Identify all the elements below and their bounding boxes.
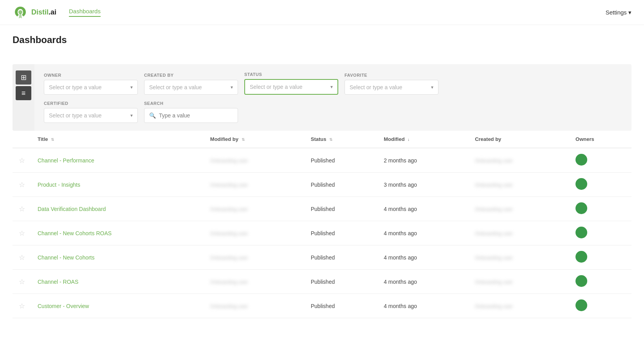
favorite-select[interactable]: Select or type a value ▾ [345,80,438,95]
modified-by-cell: Onboarding user [204,221,305,245]
certified-select[interactable]: Select or type a value ▾ [44,108,138,123]
table-body: ☆ Channel - Performance Onboarding user … [13,148,631,318]
star-cell: ☆ [13,148,31,173]
certified-chevron-icon: ▾ [130,113,133,118]
dashboard-title-link[interactable]: Channel - New Cohorts [38,254,95,261]
created-by-label: CREATED BY [144,73,238,77]
modified-by-value: Onboarding user [210,303,248,309]
created-by-cell: Onboarding user [469,245,569,270]
table-row: ☆ Data Verification Dashboard Onboarding… [13,197,631,221]
header-left: Distil.ai Dashboards [13,5,101,20]
star-icon[interactable]: ☆ [19,302,25,310]
star-icon[interactable]: ☆ [19,205,25,213]
owner-avatar [575,299,587,311]
star-cell: ☆ [13,294,31,318]
certified-filter-group: CERTIFIED Select or type a value ▾ [44,101,138,123]
table-row: ☆ Channel - New Cohorts Onboarding user … [13,245,631,270]
logo: Distil.ai [13,5,56,20]
page-title: Dashboards [13,34,631,45]
star-icon[interactable]: ☆ [19,278,25,286]
status-cell: Published [305,173,377,197]
dashboard-title-link[interactable]: Channel - ROAS [38,279,78,285]
table-row: ☆ Channel - Performance Onboarding user … [13,148,631,173]
favorite-placeholder: Select or type a value [350,84,402,90]
table-row: ☆ Product - Insights Onboarding user Pub… [13,173,631,197]
dashboard-title-link[interactable]: Channel - New Cohorts ROAS [38,230,112,236]
star-icon[interactable]: ☆ [19,157,25,164]
dashboard-title-link[interactable]: Product - Insights [38,182,80,188]
created-by-cell: Onboarding user [469,294,569,318]
star-icon[interactable]: ☆ [19,254,25,261]
status-sort-icon: ⇅ [329,137,332,142]
created-by-chevron-icon: ▾ [231,85,233,90]
title-cell: Product - Insights [31,173,204,197]
owner-avatar [575,227,587,238]
created-by-value: Onboarding user [475,158,513,164]
status-select[interactable]: Select or type a value ▾ [244,79,338,95]
settings-button[interactable]: Settings ▾ [606,9,631,16]
owners-cell [569,197,631,221]
title-cell: Channel - New Cohorts ROAS [31,221,204,245]
dashboard-title-link[interactable]: Data Verification Dashboard [38,206,106,212]
owner-avatar [575,178,587,190]
dashboard-title-link[interactable]: Customer - Overview [38,303,89,309]
col-modified: Modified ↓ [377,131,469,148]
status-chevron-icon: ▾ [330,84,333,90]
table-row: ☆ Channel - ROAS Onboarding user Publish… [13,270,631,294]
created-by-filter-group: CREATED BY Select or type a value ▾ [144,73,238,95]
owner-select[interactable]: Select or type a value ▾ [44,80,138,95]
title-cell: Customer - Overview [31,294,204,318]
modified-by-value: Onboarding user [210,206,248,212]
search-input-wrap: 🔍 [144,108,238,123]
owners-cell [569,245,631,270]
filter-row-1: OWNER Select or type a value ▾ CREATED B… [44,72,622,95]
star-cell: ☆ [13,245,31,270]
owner-avatar [575,275,587,287]
star-icon[interactable]: ☆ [19,229,25,237]
dashboard-title-link[interactable]: Channel - Performance [38,157,94,164]
list-view-button[interactable]: ≡ [16,86,31,100]
modified-time-cell: 4 months ago [377,221,469,245]
search-label: SEARCH [144,101,238,106]
grid-view-button[interactable]: ⊞ [16,70,31,85]
modified-by-value: Onboarding user [210,182,248,188]
search-icon: 🔍 [149,112,156,119]
modified-by-cell: Onboarding user [204,173,305,197]
modified-by-value: Onboarding user [210,279,248,285]
modified-by-cell: Onboarding user [204,294,305,318]
title-cell: Channel - Performance [31,148,204,173]
created-by-value: Onboarding user [475,182,513,188]
modified-by-cell: Onboarding user [204,270,305,294]
created-by-cell: Onboarding user [469,148,569,173]
view-toggle-sidebar: ⊞ ≡ [13,64,34,131]
col-status: Status ⇅ [305,131,377,148]
col-created-by: Created by [469,131,569,148]
dashboards-table: Title ⇅ Modified by ⇅ Status ⇅ Modified … [13,131,631,318]
owner-avatar [575,251,587,263]
title-sort-icon: ⇅ [51,137,54,142]
search-input[interactable] [159,112,233,119]
modified-by-value: Onboarding user [210,231,248,236]
favorite-label: FAVORITE [345,73,438,77]
owner-filter-group: OWNER Select or type a value ▾ [44,73,138,95]
status-placeholder: Select or type a value [250,84,303,90]
status-cell: Published [305,221,377,245]
created-by-value: Onboarding user [475,279,513,285]
owner-avatar [575,202,587,214]
certified-label: CERTIFIED [44,101,138,106]
table-row: ☆ Channel - New Cohorts ROAS Onboarding … [13,221,631,245]
col-modified-by: Modified by ⇅ [204,131,305,148]
created-by-cell: Onboarding user [469,221,569,245]
status-cell: Published [305,148,377,173]
header: Distil.ai Dashboards Settings ▾ [0,0,644,25]
col-owners: Owners [569,131,631,148]
modified-by-sort-icon: ⇅ [242,137,245,142]
star-icon[interactable]: ☆ [19,181,25,189]
star-cell: ☆ [13,221,31,245]
logo-text: Distil.ai [31,8,56,16]
table-row: ☆ Customer - Overview Onboarding user Pu… [13,294,631,318]
created-by-select[interactable]: Select or type a value ▾ [144,80,238,95]
created-by-placeholder: Select or type a value [149,84,202,90]
nav-dashboards[interactable]: Dashboards [69,8,101,17]
created-by-cell: Onboarding user [469,197,569,221]
